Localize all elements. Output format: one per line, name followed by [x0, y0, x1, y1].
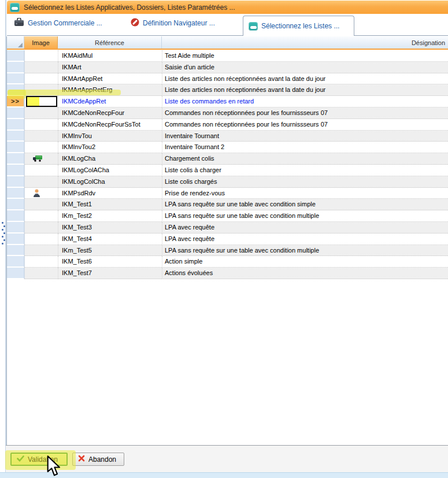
image-cell[interactable]	[24, 119, 58, 131]
table-row[interactable]: IKMArtSaisie d'un article	[0, 62, 448, 73]
table-row[interactable]: IKMLogColChaListe colis chargés	[0, 176, 448, 188]
reference-cell[interactable]: IKMAidMul	[58, 50, 162, 62]
table-row[interactable]: IKMAidMulTest Aide multiple	[0, 50, 448, 62]
image-cell[interactable]	[24, 142, 58, 153]
reference-cell[interactable]: IKMLogCha	[58, 153, 162, 165]
designation-cell[interactable]: Prise de rendez-vous	[162, 188, 448, 199]
row-selector[interactable]	[7, 188, 24, 199]
designation-cell[interactable]: LPA sans requête sur une table avec cond…	[162, 199, 448, 210]
reference-cell[interactable]: IKMArtAppRet	[58, 73, 162, 85]
designation-cell[interactable]: Liste des commandes en retard	[162, 96, 448, 108]
row-selector[interactable]	[7, 210, 24, 222]
reference-cell[interactable]: IKMLogColACha	[58, 165, 162, 176]
reference-cell[interactable]: IKM_Test1	[58, 199, 162, 210]
table-row[interactable]: IKMPsdRdvPrise de rendez-vous	[0, 188, 448, 199]
designation-cell[interactable]: Saisie d'un article	[162, 62, 448, 73]
image-cell[interactable]	[24, 199, 58, 210]
designation-cell[interactable]: Commandes non réceptionnées pour les fou…	[162, 119, 448, 131]
image-cell[interactable]	[24, 50, 58, 62]
image-cell[interactable]	[24, 176, 58, 188]
table-row[interactable]: IKMLogColAChaListe colis à charger	[0, 165, 448, 176]
designation-cell[interactable]: Commandes non réceptionnées pour les fou…	[162, 108, 448, 119]
image-cell[interactable]	[24, 234, 58, 245]
reference-cell[interactable]: IKm_Test5	[58, 245, 162, 257]
row-selector[interactable]	[7, 50, 24, 62]
table-row[interactable]: IKMArtAppRetListe des articles non récep…	[0, 73, 448, 85]
row-selector[interactable]	[7, 131, 24, 142]
reference-cell[interactable]: IKMInvTou	[58, 131, 162, 142]
designation-cell[interactable]: Inventaire Tournant 2	[162, 142, 448, 153]
table-row[interactable]: IKM_Test3LPA avec requête	[0, 222, 448, 234]
designation-cell[interactable]: Chargement colis	[162, 153, 448, 165]
designation-cell[interactable]: Liste des articles non réceptionnées ava…	[162, 84, 448, 96]
reference-cell[interactable]: IKM_Test4	[58, 234, 162, 245]
designation-cell[interactable]: LPA avec requête	[162, 222, 448, 234]
reference-cell[interactable]: IKM_Test6	[58, 256, 162, 268]
image-cell[interactable]	[24, 210, 58, 222]
table-row[interactable]: IKMInvTou2Inventaire Tournant 2	[0, 142, 448, 153]
designation-cell[interactable]: LPA avec requête	[162, 234, 448, 245]
table-row[interactable]: IKm_Test2LPA sans requête sur une table …	[0, 210, 448, 222]
column-header-designation[interactable]: Désignation	[162, 36, 448, 49]
row-selector[interactable]	[7, 245, 24, 257]
row-selector[interactable]	[7, 142, 24, 153]
tab-definition-navigateur[interactable]: Définition Navigateur ...	[131, 18, 215, 28]
table-row[interactable]: IKM_Test7Actions évoluées	[0, 268, 448, 279]
image-cell[interactable]	[24, 96, 58, 108]
row-selector[interactable]	[7, 176, 24, 188]
table-row[interactable]: IKMCdeNonRecpFourCommandes non réception…	[0, 108, 448, 119]
row-selector[interactable]	[7, 153, 24, 165]
designation-cell[interactable]: Liste colis chargés	[162, 176, 448, 188]
designation-cell[interactable]: LPA sans requête sur une table avec cond…	[162, 210, 448, 222]
designation-cell[interactable]: Liste colis à charger	[162, 165, 448, 176]
table-row[interactable]: IKM_Test1LPA sans requête sur une table …	[0, 199, 448, 210]
row-selector[interactable]: >>	[7, 96, 24, 108]
image-cell[interactable]	[24, 188, 58, 199]
designation-cell[interactable]: Actions évoluées	[162, 268, 448, 279]
table-row[interactable]: >>IKMCdeAppRetListe des commandes en ret…	[0, 96, 448, 108]
row-selector[interactable]	[7, 119, 24, 131]
image-cell[interactable]	[24, 131, 58, 142]
row-selector[interactable]	[7, 234, 24, 245]
table-row[interactable]: IKm_Test5LPA sans requête sur une table …	[0, 245, 448, 257]
select-all-corner[interactable]	[7, 36, 24, 49]
reference-cell[interactable]: IKM_Test3	[58, 222, 162, 234]
image-cell[interactable]	[24, 84, 58, 96]
reference-cell[interactable]: IKMCdeAppRet	[58, 96, 162, 108]
row-selector[interactable]	[7, 62, 24, 73]
table-row[interactable]: IKMInvTouInventaire Tournant	[0, 131, 448, 142]
reference-cell[interactable]: IKMLogColCha	[58, 176, 162, 188]
row-selector[interactable]	[7, 256, 24, 268]
image-cell[interactable]	[24, 153, 58, 165]
row-selector[interactable]	[7, 84, 24, 96]
designation-cell[interactable]: LPA sans requête sur une table avec cond…	[162, 245, 448, 257]
image-cell[interactable]	[24, 62, 58, 73]
image-cell[interactable]	[24, 108, 58, 119]
table-row[interactable]: IKM_Test4LPA avec requête	[0, 234, 448, 245]
designation-cell[interactable]: Liste des articles non réceptionnées ava…	[162, 73, 448, 85]
reference-cell[interactable]: IKMCdeNonRecpFour	[58, 108, 162, 119]
abandon-button[interactable]: Abandon	[72, 453, 124, 466]
image-cell[interactable]	[24, 73, 58, 85]
table-row[interactable]: IKMCdeNonRecpFourSsTotCommandes non réce…	[0, 119, 448, 131]
row-selector[interactable]	[7, 222, 24, 234]
tab-selectionnez-les-listes[interactable]: Sélectionnez les Listes ...	[243, 16, 354, 36]
row-selector[interactable]	[7, 199, 24, 210]
column-header-image[interactable]: Image	[24, 36, 58, 49]
row-selector[interactable]	[7, 108, 24, 119]
reference-cell[interactable]: IKMInvTou2	[58, 142, 162, 153]
window-titlebar[interactable]: Sélectionnez les Listes Applicatives, Do…	[7, 1, 448, 14]
image-cell[interactable]	[24, 222, 58, 234]
image-cell[interactable]	[24, 268, 58, 279]
designation-cell[interactable]: Test Aide multiple	[162, 50, 448, 62]
reference-cell[interactable]: IKMArtAppRetErg	[58, 84, 162, 96]
row-selector[interactable]	[7, 73, 24, 85]
reference-cell[interactable]: IKM_Test7	[58, 268, 162, 279]
row-selector[interactable]	[7, 165, 24, 176]
column-header-reference[interactable]: Référence	[58, 36, 162, 49]
table-row[interactable]: IKMLogChaChargement colis	[0, 153, 448, 165]
designation-cell[interactable]: Inventaire Tournant	[162, 131, 448, 142]
reference-cell[interactable]: IKMArt	[58, 62, 162, 73]
image-cell[interactable]	[24, 256, 58, 268]
tab-gestion-commerciale[interactable]: Gestion Commerciale ...	[14, 18, 102, 28]
